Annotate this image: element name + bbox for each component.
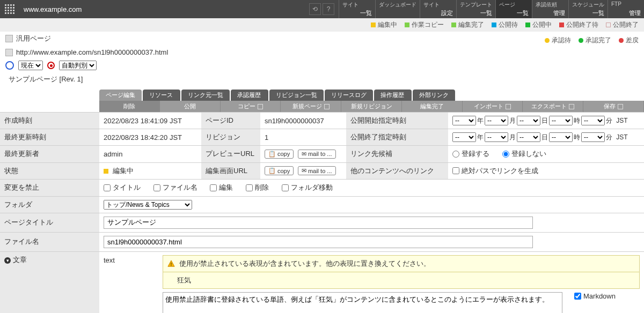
- nav-template[interactable]: テンプレート一覧: [456, 0, 495, 18]
- nav-site-list[interactable]: サイト一覧: [339, 0, 375, 18]
- import-icon: [506, 104, 511, 109]
- body-textarea[interactable]: 使用禁止語辞書に登録されている単語、例えば「狂気」がコンテンツに含まれているとこ…: [163, 292, 562, 314]
- linkcand-value: 登録する 登録しない: [448, 146, 644, 163]
- nav-approval[interactable]: 承認依頼管理: [532, 0, 568, 18]
- refresh-icon[interactable]: ⟲: [309, 3, 321, 15]
- created-label: 作成時刻: [0, 113, 99, 129]
- pubstart-month[interactable]: --: [485, 116, 508, 125]
- toolbar: 削除 公開 コピー 新規ページ 新規リビジョン 編集完了 インポート エクスポー…: [99, 101, 644, 112]
- pubend-hour[interactable]: --: [549, 132, 573, 142]
- revision-line: サンプルページ [Rev. 1]: [0, 72, 644, 86]
- app-logo[interactable]: [0, 0, 19, 18]
- pubend-label: 公開終了指定時刻: [346, 129, 448, 146]
- clipboard-icon: 📋: [268, 167, 276, 174]
- title-label: ページタイトル: [0, 213, 99, 232]
- pubstart-day[interactable]: --: [517, 116, 540, 125]
- deny-title[interactable]: タイトル: [104, 183, 141, 192]
- pubstart-year[interactable]: --: [452, 116, 476, 125]
- pubend-min[interactable]: --: [581, 132, 605, 142]
- preview-mail-button[interactable]: ✉mail to ...: [298, 150, 336, 159]
- tab-ext-link[interactable]: 外部リンク: [413, 90, 455, 101]
- deny-options: タイトル ファイル名 編集 削除 フォルダ移動: [99, 180, 644, 197]
- filename-input[interactable]: [104, 236, 533, 248]
- save-button[interactable]: 保存: [583, 101, 644, 112]
- pubstart-min[interactable]: --: [581, 116, 605, 125]
- import-button[interactable]: インポート: [463, 101, 523, 112]
- updated-label: 最終更新時刻: [0, 129, 99, 146]
- tab-strip: ページ編集 リソース リンク元一覧 承認履歴 リビジョン一覧 リリースログ 操作…: [99, 90, 644, 101]
- markdown-checkbox[interactable]: Markdown: [569, 292, 616, 300]
- pageid-label: ページID: [201, 113, 260, 129]
- deny-label: 変更を禁止: [0, 180, 99, 197]
- editurl-mail-button[interactable]: ✉mail to ...: [298, 166, 336, 175]
- pubend-month[interactable]: --: [485, 132, 508, 142]
- body-label: ▾ 文章: [0, 251, 99, 313]
- export-icon: [569, 104, 574, 109]
- tab-op-hist[interactable]: 操作履歴: [374, 90, 412, 101]
- tab-revision-list[interactable]: リビジョン一覧: [269, 90, 324, 101]
- folder-select[interactable]: トップ/News & Topics: [104, 200, 192, 210]
- nav-page[interactable]: ページ一覧: [495, 0, 532, 18]
- clock-icon: [5, 61, 14, 70]
- chevron-down-icon[interactable]: ▾: [4, 257, 11, 264]
- nav-schedule[interactable]: スケジュール一覧: [568, 0, 608, 18]
- created-value: 2022/08/23 18:41:09 JST: [99, 113, 201, 129]
- site-url: www.example.com: [19, 5, 309, 13]
- deny-edit[interactable]: 編集: [210, 183, 233, 192]
- deny-filename[interactable]: ファイル名: [153, 183, 197, 192]
- tab-page-edit[interactable]: ページ編集: [99, 90, 142, 101]
- nav-site-settings[interactable]: サイト設定: [420, 0, 456, 18]
- pubstart-hour[interactable]: --: [549, 116, 573, 125]
- delete-button[interactable]: 削除: [99, 101, 160, 112]
- otherlink-label: 他のコンテンツへのリンク: [346, 162, 448, 180]
- register-yes[interactable]: 登録する: [452, 149, 489, 159]
- newrev-button[interactable]: 新規リビジョン: [341, 101, 402, 112]
- encoding-select[interactable]: 自動判別: [59, 61, 97, 70]
- folder-label: フォルダ: [0, 196, 99, 213]
- tab-release-log[interactable]: リリースログ: [325, 90, 373, 101]
- publish-button[interactable]: 公開: [160, 101, 221, 112]
- svg-text:!: !: [171, 262, 172, 267]
- warning-banner: ! 使用が禁止されている表現が含まれています。他の表現に置き換えてください。: [163, 255, 640, 272]
- deny-folder[interactable]: フォルダ移動: [282, 183, 333, 192]
- help-icon[interactable]: ?: [323, 3, 334, 15]
- preview-copy-button[interactable]: 📋copy: [265, 150, 294, 159]
- deny-delete[interactable]: 削除: [246, 183, 269, 192]
- tab-approval-hist[interactable]: 承認履歴: [231, 90, 268, 101]
- updated-value: 2022/08/23 18:42:20 JST: [99, 129, 201, 146]
- copy-button[interactable]: コピー: [221, 101, 281, 112]
- preview-label: プレビューURL: [201, 146, 260, 163]
- time-controls: 現在 自動判別: [0, 58, 644, 72]
- linkcand-label: リンク先候補: [346, 146, 448, 163]
- pubend-day[interactable]: --: [517, 132, 540, 142]
- rev-label: リビジョン: [201, 129, 260, 146]
- page-url-row: http://www.example.com/sn1l9h0000000037.…: [0, 46, 644, 58]
- edit-complete-button[interactable]: 編集完了: [402, 101, 463, 112]
- updater-label: 最終更新者: [0, 146, 99, 163]
- newpage-button[interactable]: 新規ページ: [281, 101, 341, 112]
- page-full-url: http://www.example.com/sn1l9h0000000037.…: [16, 48, 168, 56]
- mail-icon: ✉: [302, 167, 306, 174]
- editurl-copy-button[interactable]: 📋copy: [265, 166, 294, 175]
- editurl-actions: 📋copy ✉mail to ...: [260, 162, 346, 180]
- nav-dashboard[interactable]: ダッシュボード: [375, 0, 420, 18]
- top-nav: サイト一覧 ダッシュボード サイト設定 テンプレート一覧 ページ一覧 承認依頼管…: [339, 0, 644, 18]
- status-legend-1: 編集中 作業コピー 編集完了 公開待 公開中 公開終了待 公開終了: [0, 18, 644, 32]
- title-input[interactable]: [104, 217, 533, 229]
- mail-icon: ✉: [302, 151, 306, 158]
- page-type-icon: [5, 35, 13, 42]
- abs-path-checkbox[interactable]: 絶対パスでリンクを生成: [452, 166, 538, 176]
- otherlink-value: 絶対パスでリンクを生成: [448, 162, 644, 180]
- time-select[interactable]: 現在: [18, 61, 43, 70]
- register-no[interactable]: 登録しない: [502, 149, 546, 159]
- tab-resource[interactable]: リソース: [143, 90, 180, 101]
- body-field-name: text: [104, 255, 157, 264]
- copy-icon: [258, 104, 263, 109]
- globe-icon: [5, 49, 13, 56]
- record-icon: [47, 62, 55, 69]
- nav-ftp[interactable]: FTP管理: [608, 0, 644, 18]
- preview-actions: 📋copy ✉mail to ...: [260, 146, 346, 163]
- pubend-year[interactable]: --: [452, 132, 476, 142]
- tab-link-src[interactable]: リンク元一覧: [181, 90, 230, 101]
- export-button[interactable]: エクスポート: [523, 101, 583, 112]
